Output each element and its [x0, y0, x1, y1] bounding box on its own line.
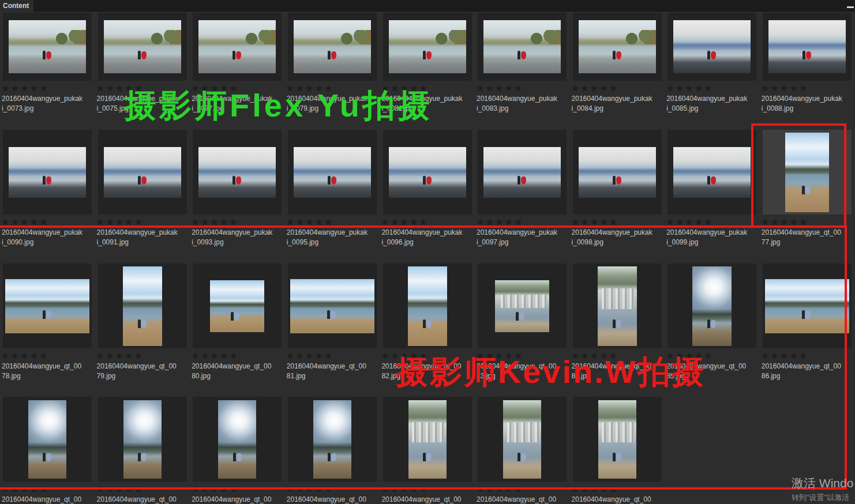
thumbnail-panel[interactable]: [98, 13, 187, 81]
file-name-line: 20160404wangyue_pukak: [572, 94, 665, 104]
bride-figure: [141, 51, 147, 59]
photo-thumbnail[interactable]: [579, 147, 656, 198]
photo-thumbnail[interactable]: [483, 20, 561, 73]
photo-thumbnail[interactable]: [9, 147, 86, 198]
file-name[interactable]: 20160404wangyue_qt_00: [2, 495, 95, 504]
panel-grip[interactable]: [847, 6, 854, 8]
star-rating[interactable]: ★★★★★: [762, 84, 855, 93]
photo-thumbnail[interactable]: [294, 147, 371, 198]
file-name-line: 20160404wangyue_qt_00: [477, 495, 570, 504]
couple-figure: [613, 51, 621, 59]
couple-figure: [328, 51, 336, 59]
thumbnail-panel[interactable]: [383, 13, 472, 81]
thumbnail-cell[interactable]: ★★★★★20160404wangyue_pukaki_0088.jpg: [760, 13, 855, 114]
thumbnail-panel[interactable]: [193, 130, 282, 215]
thumbnail-cell[interactable]: ★★★★★20160404wangyue_pukaki_0085.jpg: [665, 13, 760, 114]
file-name-line: 20160404wangyue_qt_00: [192, 495, 285, 504]
watermark-line1: 激活 Windo: [792, 475, 853, 491]
star-rating[interactable]: ★★★★★: [666, 84, 760, 93]
groom-figure: [328, 176, 331, 185]
bride-figure: [521, 51, 526, 59]
bride-figure: [236, 51, 241, 59]
star-rating[interactable]: ★★★★★: [572, 84, 665, 93]
couple-figure: [423, 176, 432, 185]
file-name[interactable]: 20160404wangyue_pukaki_0073.jpg: [2, 94, 95, 114]
file-name-line: 20160404wangyue_pukak: [666, 94, 760, 104]
file-name-line: 20160404wangyue_qt_00: [2, 495, 95, 504]
file-name[interactable]: 20160404wangyue_qt_00: [477, 495, 570, 504]
photo-thumbnail[interactable]: [198, 20, 276, 73]
file-name-line: i_0084.jpg: [572, 104, 665, 114]
groom-figure: [802, 51, 805, 59]
photo-thumbnail[interactable]: [389, 147, 466, 198]
thumbnail-cell[interactable]: ★★★★★20160404wangyue_pukaki_0084.jpg: [570, 13, 665, 114]
file-name-line: 20160404wangyue_pukak: [477, 94, 570, 104]
file-name[interactable]: 20160404wangyue_qt_00: [287, 495, 380, 504]
file-name-line: i_0083.jpg: [477, 104, 570, 114]
bride-figure: [331, 51, 336, 59]
file-name-line: 20160404wangyue_qt_00: [381, 495, 475, 504]
couple-figure: [43, 51, 51, 59]
file-name[interactable]: 20160404wangyue_qt_00: [192, 495, 285, 504]
bride-figure: [46, 176, 51, 185]
file-name[interactable]: 20160404wangyue_pukaki_0084.jpg: [572, 94, 665, 114]
star-rating[interactable]: ★★★★★: [2, 84, 95, 93]
thumbnail-panel[interactable]: [383, 130, 472, 215]
thumbnail-panel[interactable]: [573, 13, 662, 81]
thumbnail-panel[interactable]: [478, 130, 567, 215]
thumbnail-panel[interactable]: [667, 13, 756, 81]
bride-figure: [331, 176, 336, 185]
groom-figure: [613, 176, 616, 185]
thumbnail-cell[interactable]: ★★★★★20160404wangyue_pukaki_0073.jpg: [0, 13, 95, 114]
file-name[interactable]: 20160404wangyue_qt_00: [572, 495, 665, 504]
couple-figure: [423, 51, 432, 59]
bride-figure: [616, 176, 621, 185]
photo-thumbnail[interactable]: [294, 20, 371, 73]
groom-figure: [232, 51, 235, 59]
photo-thumbnail[interactable]: [104, 20, 181, 73]
bride-figure: [141, 176, 147, 185]
couple-figure: [613, 176, 621, 185]
thumbnail-panel[interactable]: [288, 130, 377, 215]
thumbnail-panel[interactable]: [98, 130, 187, 215]
couple-figure: [138, 51, 147, 59]
thumbnail-panel[interactable]: [3, 13, 92, 81]
file-name[interactable]: 20160404wangyue_qt_00: [97, 495, 190, 504]
thumbnail-panel[interactable]: [667, 130, 756, 215]
file-name-line: 20160404wangyue_qt_00: [97, 495, 190, 504]
photo-thumbnail[interactable]: [104, 147, 181, 198]
couple-figure: [43, 176, 51, 185]
groom-figure: [613, 51, 616, 59]
panel-tab-bar: Content: [0, 0, 855, 12]
photo-thumbnail[interactable]: [579, 20, 656, 73]
file-name[interactable]: 20160404wangyue_pukaki_0083.jpg: [477, 94, 570, 114]
thumbnail-panel[interactable]: [288, 13, 377, 81]
photo-thumbnail[interactable]: [483, 147, 561, 198]
photo-thumbnail[interactable]: [9, 20, 86, 73]
photo-thumbnail[interactable]: [198, 147, 276, 198]
thumbnail-panel[interactable]: [763, 13, 852, 81]
thumbnail-panel[interactable]: [478, 13, 567, 81]
thumbnail-cell[interactable]: ★★★★★20160404wangyue_pukaki_0083.jpg: [475, 13, 570, 114]
groom-figure: [232, 176, 235, 185]
thumbnail-panel[interactable]: [3, 130, 92, 215]
bride-figure: [236, 176, 241, 185]
star-rating[interactable]: ★★★★★: [477, 84, 570, 93]
photo-thumbnail[interactable]: [768, 20, 846, 73]
tab-content[interactable]: Content: [0, 0, 33, 12]
file-name[interactable]: 20160404wangyue_pukaki_0088.jpg: [762, 94, 855, 114]
photo-thumbnail[interactable]: [673, 20, 751, 73]
couple-figure: [802, 51, 811, 59]
groom-figure: [707, 176, 710, 185]
file-name-line: 20160404wangyue_pukak: [762, 94, 855, 104]
watermark-line2: 转到"设置"以激活: [792, 492, 853, 503]
groom-figure: [138, 176, 141, 185]
thumbnail-panel[interactable]: [193, 13, 282, 81]
photo-thumbnail[interactable]: [673, 147, 751, 198]
couple-figure: [328, 176, 336, 185]
file-name[interactable]: 20160404wangyue_qt_00: [381, 495, 475, 504]
photo-thumbnail[interactable]: [389, 20, 466, 73]
thumbnail-panel[interactable]: [573, 130, 662, 215]
groom-figure: [423, 176, 426, 185]
file-name[interactable]: 20160404wangyue_pukaki_0085.jpg: [666, 94, 760, 114]
